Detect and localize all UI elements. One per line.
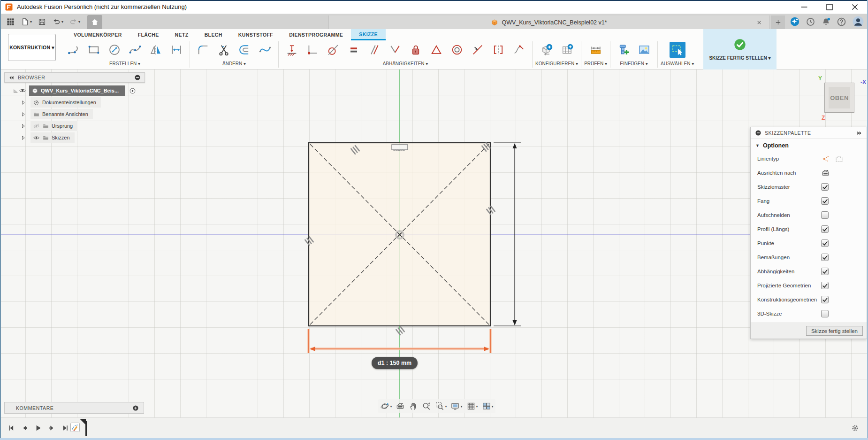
ribbon-tab-blech[interactable]: BLECH — [197, 29, 230, 40]
align-plane-icon[interactable] — [821, 169, 830, 178]
browser-item-dokumenteinstellungen[interactable]: Dokumenteinstellungen — [4, 97, 145, 108]
zoom-window-button[interactable]: ▾ — [434, 401, 448, 411]
user-avatar[interactable] — [852, 15, 864, 28]
add-comment-icon[interactable] — [132, 405, 139, 411]
timeline-settings-gear-icon[interactable] — [851, 424, 860, 432]
extensions-icon[interactable] — [790, 16, 800, 27]
tool-measure-button[interactable] — [586, 40, 606, 59]
palette-dock-icon[interactable] — [856, 130, 862, 136]
help-icon[interactable] — [837, 17, 846, 27]
tool-parallel-button[interactable] — [364, 40, 385, 59]
collapse-browser-icon[interactable] — [8, 75, 15, 81]
tool-midpoint-button[interactable] — [426, 40, 447, 59]
tool-select-box-button[interactable] — [667, 40, 688, 59]
ribbon-tab-skizze[interactable]: SKIZZE — [351, 29, 386, 40]
tool-spline-button[interactable] — [125, 40, 145, 59]
tool-fillet-button[interactable] — [193, 40, 213, 59]
tool-configure-component-button[interactable] — [536, 40, 557, 59]
checkbox-checked[interactable] — [821, 296, 829, 303]
sketch-canvas[interactable]: d1 : 150 mm OBEN Y -X Z BROWSER QWV_Kurs… — [0, 69, 868, 417]
browser-header[interactable]: BROWSER — [4, 72, 145, 83]
tool-perpendicular-button[interactable] — [385, 40, 405, 59]
eye-icon[interactable] — [19, 87, 26, 94]
minimize-button[interactable] — [798, 1, 811, 13]
tool-insert-fastener-button[interactable] — [613, 40, 634, 59]
ghost-box-icon[interactable] — [835, 154, 844, 163]
dimension-value-pill[interactable]: d1 : 150 mm — [372, 357, 418, 369]
display-settings-button[interactable]: ▾ — [449, 401, 463, 411]
file-menu-button[interactable]: ▾ — [19, 15, 33, 28]
tool-rectangle-button[interactable] — [84, 40, 104, 59]
tool-sketch-dimension-button[interactable] — [282, 40, 302, 59]
tool-tangent-button[interactable] — [323, 40, 343, 59]
checkbox-checked[interactable] — [821, 268, 829, 275]
ribbon-tab-kunststoff[interactable]: KUNSTSTOFF — [230, 29, 281, 40]
palette-header[interactable]: SKIZZENPALETTE — [751, 127, 867, 139]
ribbon-tab-fläche[interactable]: FLÄCHE — [130, 29, 167, 40]
app-grid-button[interactable] — [5, 15, 16, 28]
tool-insert-image-button[interactable] — [634, 40, 655, 59]
checkbox-checked[interactable] — [821, 197, 829, 205]
checkbox-checked[interactable] — [821, 225, 829, 233]
zoom-button[interactable] — [421, 401, 432, 411]
palette-options-section[interactable]: ▼ Optionen — [751, 139, 867, 152]
timeline-go-end-button[interactable] — [60, 423, 70, 433]
timeline-play-button[interactable] — [33, 423, 43, 433]
finish-sketch-palette-button[interactable]: Skizze fertig stellen — [806, 326, 863, 336]
viewports-button[interactable]: ▾ — [481, 401, 495, 411]
caret-down-icon[interactable]: ▾ — [445, 404, 447, 409]
notifications-bell-icon[interactable] — [821, 17, 831, 27]
construction-line-icon[interactable] — [821, 154, 830, 163]
new-document-tab-button[interactable] — [771, 15, 785, 29]
tool-circle-button[interactable] — [104, 40, 125, 59]
caret-down-icon[interactable]: ▾ — [492, 404, 494, 409]
ribbon-group-label[interactable]: ERSTELLEN ▾ — [109, 59, 140, 66]
tool-trim-button[interactable] — [213, 40, 234, 59]
timeline-position-marker[interactable] — [83, 419, 89, 438]
ribbon-group-label[interactable]: KONFIGURIEREN ▾ — [535, 59, 578, 66]
ribbon-tab-dienstprogramme[interactable]: DIENSTPROGRAMME — [281, 29, 351, 40]
orbit-button[interactable]: ▾ — [379, 401, 393, 411]
job-status-icon[interactable] — [806, 17, 815, 27]
vertical-dimension[interactable] — [494, 143, 521, 326]
browser-root-item[interactable]: QWV_Kurs_ViktoriaCNC_Beis... — [4, 85, 145, 96]
palette-minimize-icon[interactable] — [755, 130, 761, 136]
document-tab[interactable]: QWV_Kurs_ViktoriaCNC_Beispiel02 v1* — [328, 15, 769, 29]
ribbon-group-label[interactable]: AUSWÄHLEN ▾ — [661, 59, 694, 66]
expand-arrow-icon[interactable] — [20, 135, 26, 141]
tool-configure-table-button[interactable] — [557, 40, 578, 59]
ribbon-tab-volumenkörper[interactable]: VOLUMENKÖRPER — [66, 29, 130, 40]
ribbon-tab-netz[interactable]: NETZ — [167, 29, 197, 40]
browser-item-benannte-ansichten[interactable]: Benannte Ansichten — [4, 108, 145, 120]
pan-button[interactable] — [408, 401, 419, 411]
tool-concentric-button[interactable] — [447, 40, 467, 59]
view-cube-face[interactable]: OBEN — [824, 83, 854, 113]
tool-line-button[interactable] — [63, 40, 84, 59]
comments-bar[interactable]: KOMMENTARE — [4, 402, 144, 414]
browser-item-ursprung[interactable]: Ursprung — [4, 120, 145, 131]
checkbox-unchecked[interactable] — [821, 310, 829, 317]
redo-button[interactable]: ▾ — [68, 15, 82, 28]
tool-fix-button[interactable] — [405, 40, 426, 59]
checkbox-checked[interactable] — [821, 183, 829, 191]
checkbox-checked[interactable] — [821, 254, 829, 261]
checkbox-unchecked[interactable] — [821, 211, 829, 219]
tool-offset-button[interactable] — [234, 40, 255, 59]
view-cube[interactable]: OBEN Y -X Z — [824, 83, 854, 113]
expand-arrow-icon[interactable] — [20, 123, 26, 129]
tool-collinear-button[interactable] — [467, 40, 488, 59]
tool-fit-curve-button[interactable] — [255, 40, 275, 59]
eye-off-icon[interactable] — [33, 123, 40, 130]
finish-sketch-block[interactable]: SKIZZE FERTIG STELLEN ▾ — [703, 29, 777, 69]
save-button[interactable] — [36, 15, 48, 28]
tool-symmetry-button[interactable] — [488, 40, 509, 59]
ribbon-group-label[interactable]: PRÜFEN ▾ — [584, 59, 607, 66]
radio-target-icon[interactable] — [129, 87, 136, 94]
tool-curvature-button[interactable] — [509, 40, 529, 59]
checkbox-checked[interactable] — [821, 282, 829, 289]
timeline-sketch-feature[interactable] — [69, 422, 81, 433]
tool-equal-button[interactable] — [343, 40, 364, 59]
expand-arrow-icon[interactable] — [20, 111, 26, 117]
browser-item-skizzen[interactable]: Skizzen — [4, 132, 145, 143]
checkbox-checked[interactable] — [821, 239, 829, 247]
